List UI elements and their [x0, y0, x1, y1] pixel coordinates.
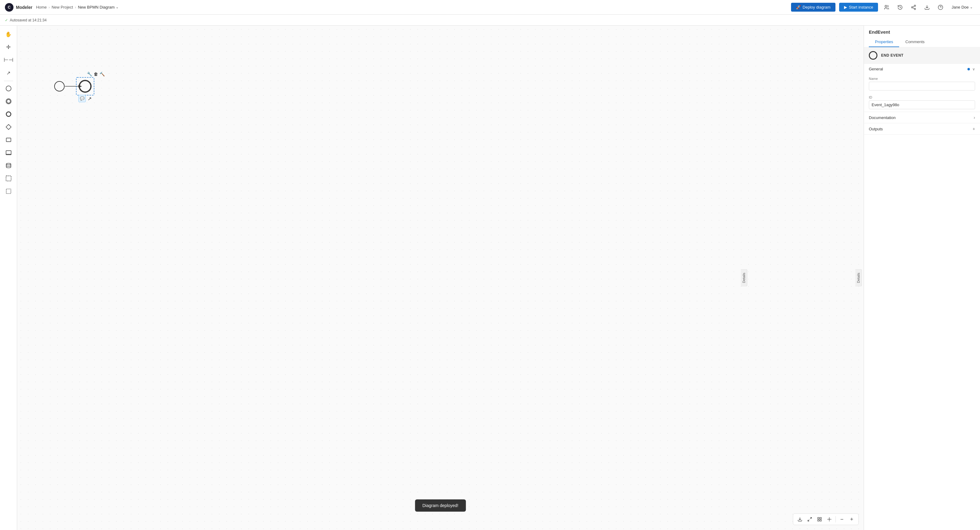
comment-action[interactable]: 💬 — [78, 95, 86, 102]
name-input[interactable] — [869, 82, 975, 90]
end-event-wrapper[interactable] — [78, 79, 92, 94]
user-menu[interactable]: Jane Doe ⌄ — [949, 4, 975, 11]
documentation-section-row[interactable]: Documentation › — [864, 112, 980, 123]
left-toolbar: ✋ ✛ ⊢⊣ ↗ — [0, 26, 17, 530]
align-tool-button[interactable]: ⊢⊣ — [2, 54, 15, 66]
svg-line-29 — [810, 517, 811, 519]
tab-comments[interactable]: Comments — [899, 37, 931, 47]
tab-properties[interactable]: Properties — [869, 37, 899, 47]
download-button[interactable] — [922, 2, 932, 12]
circle-outline-icon — [5, 86, 12, 93]
panel-body: END EVENT General ∨ Name — [864, 48, 980, 530]
name-label: Name — [869, 77, 975, 81]
toast-notification: Diagram deployed! — [415, 500, 466, 512]
svg-rect-14 — [6, 138, 11, 142]
grid-control-button[interactable] — [815, 515, 824, 524]
svg-rect-31 — [818, 517, 819, 519]
general-section-header[interactable]: General ∨ — [864, 63, 980, 75]
play-icon: ▶ — [844, 5, 847, 10]
start-instance-button[interactable]: ▶ Start instance — [839, 3, 878, 12]
intermediate-event-tool[interactable] — [2, 96, 15, 108]
share-button[interactable] — [908, 2, 918, 12]
toolbar-divider-1 — [4, 81, 13, 81]
panel-tabs: Properties Comments — [869, 37, 975, 47]
move-tool-button[interactable]: ✛ — [2, 41, 15, 53]
hand-tool-button[interactable]: ✋ — [2, 28, 15, 40]
main-layout: ✋ ✛ ⊢⊣ ↗ — [0, 26, 980, 530]
lasso-icon — [5, 188, 12, 196]
outputs-section-row[interactable]: Outputs + — [864, 123, 980, 134]
subprocess-icon — [5, 150, 12, 157]
deploy-diagram-button[interactable]: 🚀 Deploy diagram — [791, 3, 835, 12]
start-event[interactable] — [54, 81, 65, 93]
app-logo: C — [5, 3, 13, 12]
right-panel: EndEvent Properties Comments END EVENT G… — [864, 26, 980, 530]
datastore-tool[interactable] — [2, 160, 15, 172]
color-icon[interactable]: 🔨 — [100, 71, 105, 76]
history-button[interactable] — [895, 2, 905, 12]
task-tool[interactable] — [2, 134, 15, 147]
end-event-tool[interactable] — [2, 109, 15, 121]
documentation-title: Documentation — [869, 115, 896, 120]
canvas-background — [17, 26, 864, 530]
general-section-title: General — [869, 67, 883, 71]
lasso-tool[interactable] — [2, 186, 15, 198]
id-field: ID — [864, 93, 980, 112]
breadcrumb-home[interactable]: Home — [36, 5, 47, 10]
details-panel-area: Details — [741, 269, 747, 286]
global-connect-button[interactable]: ↗ — [2, 67, 15, 79]
breadcrumb-project[interactable]: New Project — [51, 5, 73, 10]
start-event-tool[interactable] — [2, 83, 15, 95]
svg-line-5 — [913, 6, 915, 7]
end-event-icon — [869, 51, 877, 60]
canvas-ctrl-divider — [835, 516, 836, 522]
context-menu: 🔧 🗑 🔨 — [87, 71, 105, 76]
gateway-tool[interactable] — [2, 122, 15, 134]
canvas-area[interactable]: 🔧 🗑 🔨 💬 ↗ Details Diagram deployed! — [17, 26, 864, 530]
breadcrumb: Home › New Project › New BPMN Diagram ⌄ — [36, 5, 119, 10]
general-chevron: ∨ — [972, 67, 975, 71]
event-type-label: END EVENT — [881, 53, 904, 57]
diamond-icon — [5, 124, 12, 132]
move-icon: ✛ — [6, 44, 11, 51]
documentation-section: Documentation › — [864, 112, 980, 123]
breadcrumb-sep2: › — [75, 5, 76, 10]
svg-point-1 — [915, 5, 916, 6]
zoom-out-button[interactable]: − — [838, 515, 846, 524]
topbar: C Modeler Home › New Project › New BPMN … — [0, 0, 980, 15]
subprocess-tool[interactable] — [2, 147, 15, 159]
svg-rect-19 — [6, 189, 11, 194]
svg-marker-13 — [6, 124, 11, 129]
svg-point-35 — [829, 519, 830, 520]
collaborators-button[interactable] — [882, 2, 891, 12]
svg-point-11 — [7, 100, 10, 103]
svg-point-17 — [6, 163, 11, 165]
zoom-in-button[interactable]: + — [847, 515, 856, 524]
center-control-button[interactable] — [825, 515, 834, 524]
wrench-icon[interactable]: 🔧 — [87, 71, 92, 76]
append-action[interactable]: ↗ — [88, 96, 92, 102]
import-control-button[interactable] — [795, 515, 804, 524]
canvas-controls: − + — [793, 514, 859, 525]
expand-control-button[interactable] — [805, 515, 814, 524]
documentation-arrow-icon: › — [974, 115, 975, 120]
svg-line-4 — [913, 8, 915, 9]
name-field: Name — [864, 75, 980, 93]
svg-rect-33 — [818, 520, 819, 521]
thick-circle-icon — [5, 111, 12, 119]
outputs-add-icon[interactable]: + — [973, 126, 975, 131]
svg-point-2 — [912, 6, 913, 8]
group-tool[interactable] — [2, 173, 15, 185]
breadcrumb-diagram[interactable]: New BPMN Diagram ⌄ — [78, 5, 119, 10]
details-side-tab[interactable]: Details — [855, 269, 862, 286]
hand-icon: ✋ — [5, 31, 12, 38]
details-tab[interactable]: Details — [741, 269, 747, 286]
svg-line-30 — [808, 520, 810, 521]
help-button[interactable] — [935, 2, 945, 12]
statusbar: ✓ Autosaved at 14:21:34 — [0, 15, 980, 26]
align-icon: ⊢⊣ — [4, 57, 13, 63]
id-input[interactable] — [869, 100, 975, 109]
general-dot — [967, 68, 970, 70]
svg-point-0 — [885, 5, 887, 7]
delete-icon[interactable]: 🗑 — [94, 71, 98, 76]
